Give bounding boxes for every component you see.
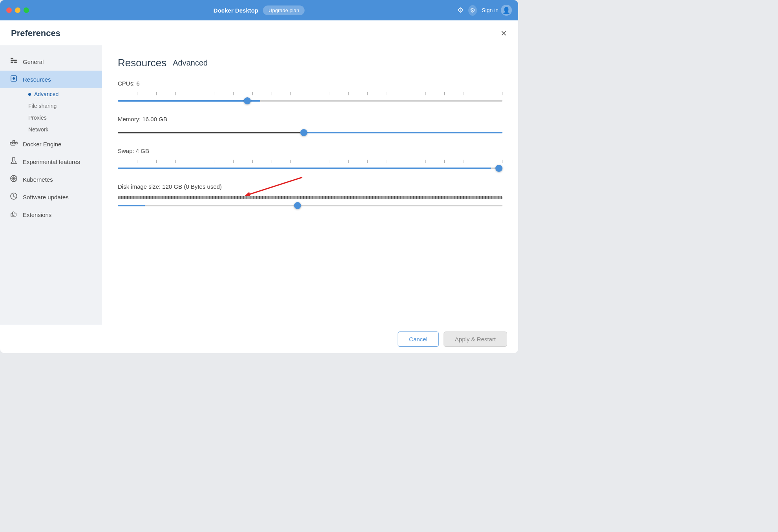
- tick: [444, 92, 445, 95]
- minimize-traffic-light[interactable]: [15, 7, 20, 13]
- tick: [290, 92, 291, 95]
- svg-rect-8: [13, 140, 15, 142]
- disk-track-pattern: [118, 196, 502, 199]
- preferences-window: Preferences ✕ General: [0, 20, 518, 353]
- tick: [156, 92, 157, 95]
- docker-engine-icon: [9, 139, 18, 149]
- tick: [272, 92, 272, 95]
- maximize-traffic-light[interactable]: [24, 7, 29, 13]
- swap-tick-marks: [118, 160, 502, 163]
- extensions-icon: [9, 210, 18, 220]
- extensions-label: Extensions: [23, 211, 51, 218]
- tick: [214, 160, 214, 163]
- sidebar-item-kubernetes[interactable]: Kubernetes: [0, 171, 102, 188]
- experimental-icon: [9, 157, 18, 167]
- resources-label: Resources: [23, 76, 51, 83]
- tick: [502, 160, 502, 163]
- user-avatar: 👤: [501, 5, 512, 16]
- upgrade-plan-button[interactable]: Upgrade plan: [263, 5, 305, 15]
- tick: [214, 92, 214, 95]
- sidebar-item-experimental[interactable]: Experimental features: [0, 153, 102, 171]
- titlebar-center: Docker Desktop Upgrade plan: [214, 5, 305, 15]
- panel-title: Resources: [118, 57, 166, 69]
- traffic-lights: [6, 7, 29, 13]
- sidebar-subitem-proxies[interactable]: Proxies: [22, 112, 102, 124]
- tick: [156, 160, 157, 163]
- sidebar-subitem-file-sharing[interactable]: File sharing: [22, 100, 102, 112]
- svg-point-10: [13, 162, 14, 162]
- tick: [233, 92, 234, 95]
- tick: [387, 92, 387, 95]
- cancel-button[interactable]: Cancel: [398, 332, 439, 347]
- svg-line-13: [247, 177, 302, 195]
- main-panel: Resources Advanced CPUs: 6: [102, 45, 518, 325]
- file-sharing-label: File sharing: [28, 103, 57, 109]
- software-updates-icon: [9, 192, 18, 202]
- svg-rect-7: [13, 142, 15, 144]
- settings-icon[interactable]: ⚙: [457, 6, 464, 15]
- memory-section: Memory: 16.00 GB: [118, 116, 502, 137]
- proxies-label: Proxies: [28, 115, 47, 121]
- tick: [272, 160, 272, 163]
- tick: [329, 160, 329, 163]
- sidebar: General Resources Advanced: [0, 45, 102, 325]
- memory-slider[interactable]: [118, 132, 502, 133]
- tick: [406, 92, 406, 95]
- tick: [195, 92, 195, 95]
- signin-button[interactable]: Sign in 👤: [482, 5, 512, 16]
- tick: [367, 160, 368, 163]
- kubernetes-icon: [9, 175, 18, 184]
- gear-icon[interactable]: ⚙: [468, 5, 477, 16]
- tick: [483, 160, 483, 163]
- tick: [252, 92, 253, 95]
- swap-section: Swap: 4 GB: [118, 148, 502, 172]
- svg-rect-0: [11, 58, 13, 59]
- tick: [137, 160, 137, 163]
- sidebar-item-resources[interactable]: Resources: [0, 71, 102, 88]
- experimental-label: Experimental features: [23, 159, 80, 165]
- window-title: Preferences: [11, 28, 60, 38]
- software-updates-label: Software updates: [23, 194, 69, 200]
- tick: [310, 92, 310, 95]
- sidebar-item-docker-engine[interactable]: Docker Engine: [0, 135, 102, 153]
- memory-label: Memory: 16.00 GB: [118, 116, 502, 122]
- tick: [367, 92, 368, 95]
- tick: [118, 160, 118, 163]
- tick: [425, 92, 426, 95]
- disk-label: Disk image size: 120 GB (0 Bytes used): [118, 183, 222, 190]
- svg-rect-6: [10, 142, 12, 144]
- signin-label: Sign in: [482, 7, 499, 13]
- tick: [329, 92, 329, 95]
- tick: [406, 160, 406, 163]
- sidebar-item-general[interactable]: General: [0, 53, 102, 71]
- close-traffic-light[interactable]: [6, 7, 12, 13]
- tick: [233, 160, 234, 163]
- app-title: Docker Desktop: [214, 7, 258, 14]
- sidebar-item-software-updates[interactable]: Software updates: [0, 188, 102, 206]
- close-button[interactable]: ✕: [500, 29, 507, 37]
- svg-rect-1: [11, 60, 17, 61]
- sidebar-item-extensions[interactable]: Extensions: [0, 206, 102, 224]
- cpu-tick-marks: [118, 92, 502, 95]
- svg-point-5: [13, 77, 15, 80]
- swap-label: Swap: 4 GB: [118, 148, 502, 154]
- svg-rect-2: [11, 62, 13, 63]
- sidebar-subitems: Advanced File sharing Proxies Network: [0, 88, 102, 135]
- tick: [464, 160, 464, 163]
- network-label: Network: [28, 126, 48, 133]
- tick: [310, 160, 310, 163]
- disk-slider[interactable]: [118, 205, 502, 206]
- sidebar-subitem-advanced[interactable]: Advanced: [22, 88, 102, 100]
- titlebar-right: ⚙ ⚙ Sign in 👤: [457, 5, 512, 16]
- cpu-slider[interactable]: [118, 100, 502, 102]
- swap-slider[interactable]: [118, 168, 502, 169]
- panel-header: Resources Advanced: [118, 57, 502, 69]
- tick: [348, 92, 349, 95]
- apply-restart-button[interactable]: Apply & Restart: [444, 332, 507, 347]
- docker-engine-label: Docker Engine: [23, 141, 61, 148]
- tick: [175, 160, 176, 163]
- content-area: General Resources Advanced: [0, 45, 518, 325]
- resources-icon: [9, 75, 18, 84]
- tick: [175, 92, 176, 95]
- sidebar-subitem-network[interactable]: Network: [22, 124, 102, 135]
